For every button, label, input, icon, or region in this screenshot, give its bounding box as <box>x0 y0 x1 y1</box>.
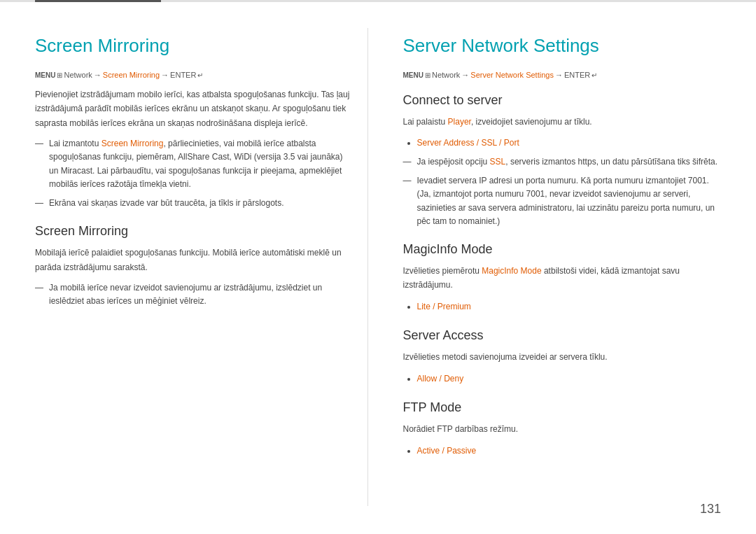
left-arrow2: → <box>161 71 169 79</box>
right-enter-label: ENTER <box>564 71 590 79</box>
left-dash-item-2: Ekrāna vai skaņas izvade var būt traucēt… <box>35 197 354 210</box>
server-access-title: Server Access <box>403 328 722 343</box>
magicinfo-title: MagicInfo Mode <box>403 242 722 257</box>
right-column: Server Network Settings MENU ⊞ Network →… <box>396 28 722 506</box>
right-enter-icon: ↵ <box>592 71 597 79</box>
page-number: 131 <box>700 502 721 517</box>
right-arrow2: → <box>555 71 563 79</box>
ssl-highlight: SSL <box>490 157 506 167</box>
connect-to-server-title: Connect to server <box>403 93 722 108</box>
left-section-title: Screen Mirroring <box>35 35 354 57</box>
ftp-mode-title: FTP Mode <box>403 400 722 415</box>
left-enter-label: ENTER <box>170 71 196 79</box>
left-dash-item-1: Lai izmantotu Screen Mirroring, pārlieci… <box>35 137 354 191</box>
right-arrow1: → <box>461 71 469 79</box>
right-menu-icon: ⊞ <box>425 71 430 79</box>
left-sub-body: Mobilajā ierīcē palaidiet spoguļošanas f… <box>35 246 354 274</box>
server-access-bullets: Allow / Deny <box>403 372 722 387</box>
right-section-title: Server Network Settings <box>403 35 722 57</box>
left-arrow1: → <box>94 71 102 79</box>
player-highlight: Player <box>448 117 471 127</box>
screen-mirroring-inline: Screen Mirroring <box>102 139 164 148</box>
connect-bullets: Server Address / SSL / Port <box>403 136 722 151</box>
server-address-highlight: Server Address / SSL / Port <box>417 138 519 148</box>
active-passive-highlight: Active / Passive <box>417 446 477 456</box>
ftp-body: Norādiet FTP darbības režīmu. <box>403 422 722 436</box>
right-network-label: Network <box>432 71 460 79</box>
left-menu-label: MENU <box>35 71 55 79</box>
left-sub-note: Ja mobilā ierīce nevar izveidot savienoj… <box>35 281 354 308</box>
top-accent-line <box>35 0 161 2</box>
connect-dash-1: Ja iespējosit opciju SSL, serveris izman… <box>403 155 722 169</box>
right-menu-label: MENU <box>403 71 424 79</box>
lite-premium-highlight: Lite / Premium <box>417 302 471 311</box>
left-column: Screen Mirroring MENU ⊞ Network → Screen… <box>35 28 368 506</box>
allow-deny-highlight: Allow / Deny <box>417 374 464 384</box>
magicinfo-inline: MagicInfo Mode <box>482 266 541 276</box>
left-intro-text: Pievienojiet izstrādājumam mobilo ierīci… <box>35 87 354 130</box>
left-sub-title: Screen Mirroring <box>35 224 354 239</box>
server-access-body: Izvēlieties metodi savienojuma izveidei … <box>403 350 722 364</box>
left-menu-highlight: Screen Mirroring <box>103 71 160 79</box>
ftp-bullets: Active / Passive <box>403 444 722 459</box>
left-enter-icon: ↵ <box>197 71 203 79</box>
right-menu-highlight: Server Network Settings <box>470 71 554 79</box>
left-network-label: Network <box>64 71 92 79</box>
left-menu-path: MENU ⊞ Network → Screen Mirroring → ENTE… <box>35 71 354 79</box>
magicinfo-bullets: Lite / Premium <box>403 300 722 315</box>
connect-body: Lai palaistu Player, izveidojiet savieno… <box>403 115 722 129</box>
magicinfo-body: Izvēlieties piemērotu MagicInfo Mode atb… <box>403 264 722 293</box>
left-menu-icon: ⊞ <box>57 71 62 79</box>
right-menu-path: MENU ⊞ Network → Server Network Settings… <box>403 71 722 79</box>
connect-dash-2: Ievadiet servera IP adresi un porta numu… <box>403 174 722 228</box>
